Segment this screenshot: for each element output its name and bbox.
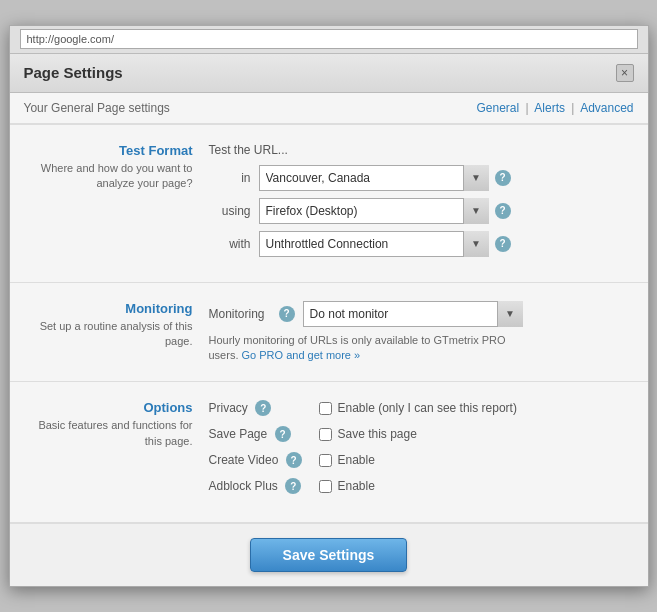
options-right: Privacy ? Enable (only I can see this re… xyxy=(209,400,634,504)
nav-alerts[interactable]: Alerts xyxy=(534,101,565,115)
monitoring-select-wrapper: Do not monitor ▼ xyxy=(303,301,523,327)
modal-body: Test Format Where and how do you want to… xyxy=(10,125,648,524)
location-select[interactable]: Vancouver, Canada xyxy=(259,165,489,191)
options-desc: Basic features and functions for this pa… xyxy=(24,418,193,449)
options-left: Options Basic features and functions for… xyxy=(24,400,209,504)
create-video-checkbox-text: Enable xyxy=(338,453,375,467)
using-label: using xyxy=(209,204,251,218)
create-video-help-icon[interactable]: ? xyxy=(286,452,302,468)
create-video-label: Create Video ? xyxy=(209,452,319,468)
browser-select-wrapper: Firefox (Desktop) ▼ xyxy=(259,198,489,224)
monitoring-help-icon[interactable]: ? xyxy=(279,306,295,322)
adblock-plus-checkbox[interactable] xyxy=(319,480,332,493)
browser-help-icon[interactable]: ? xyxy=(495,203,511,219)
monitoring-row: Monitoring ? Do not monitor ▼ xyxy=(209,301,634,327)
monitoring-right: Monitoring ? Do not monitor ▼ Hourly mon… xyxy=(209,301,634,364)
nav-tabs: General | Alerts | Advanced xyxy=(476,101,633,115)
create-video-row: Create Video ? Enable xyxy=(209,452,634,468)
save-settings-button[interactable]: Save Settings xyxy=(250,538,408,572)
modal-overlay: Page Settings × Your General Page settin… xyxy=(0,0,657,612)
privacy-row: Privacy ? Enable (only I can see this re… xyxy=(209,400,634,416)
nav-general[interactable]: General xyxy=(476,101,519,115)
subtitle-text: Your General Page settings xyxy=(24,101,170,115)
adblock-plus-label: Adblock Plus ? xyxy=(209,478,319,494)
connection-select-wrapper: Unthrottled Connection ▼ xyxy=(259,231,489,257)
privacy-label: Privacy ? xyxy=(209,400,319,416)
nav-sep-1: | xyxy=(526,101,529,115)
modal-subheader: Your General Page settings General | Ale… xyxy=(10,93,648,125)
monitoring-desc: Set up a routine analysis of this page. xyxy=(24,319,193,350)
save-page-help-icon[interactable]: ? xyxy=(275,426,291,442)
location-select-wrapper: Vancouver, Canada ▼ xyxy=(259,165,489,191)
modal-header: Page Settings × xyxy=(10,54,648,93)
modal-title: Page Settings xyxy=(24,64,123,81)
in-label: in xyxy=(209,171,251,185)
monitoring-left: Monitoring Set up a routine analysis of … xyxy=(24,301,209,364)
url-label: Test the URL... xyxy=(209,143,634,157)
adblock-plus-checkbox-label[interactable]: Enable xyxy=(319,479,375,493)
monitoring-section: Monitoring Set up a routine analysis of … xyxy=(10,283,648,383)
monitoring-label: Monitoring xyxy=(209,307,265,321)
create-video-checkbox[interactable] xyxy=(319,454,332,467)
privacy-help-icon[interactable]: ? xyxy=(255,400,271,416)
monitoring-note: Hourly monitoring of URLs is only availa… xyxy=(209,333,529,364)
adblock-help-icon[interactable]: ? xyxy=(285,478,301,494)
test-format-desc: Where and how do you want to analyze you… xyxy=(24,161,193,192)
options-title: Options xyxy=(24,400,193,415)
modal-footer: Save Settings xyxy=(10,523,648,586)
location-help-icon[interactable]: ? xyxy=(495,170,511,186)
save-page-row: Save Page ? Save this page xyxy=(209,426,634,442)
privacy-checkbox-text: Enable (only I can see this report) xyxy=(338,401,517,415)
close-button[interactable]: × xyxy=(616,64,634,82)
options-section: Options Basic features and functions for… xyxy=(10,382,648,523)
nav-advanced[interactable]: Advanced xyxy=(580,101,633,115)
monitoring-title: Monitoring xyxy=(24,301,193,316)
page-settings-modal: Page Settings × Your General Page settin… xyxy=(9,25,649,588)
with-label: with xyxy=(209,237,251,251)
connection-help-icon[interactable]: ? xyxy=(495,236,511,252)
browser-bar xyxy=(10,26,648,54)
test-format-title: Test Format xyxy=(24,143,193,158)
location-row: in Vancouver, Canada ▼ ? xyxy=(209,165,634,191)
go-pro-link[interactable]: Go PRO and get more » xyxy=(242,349,361,361)
test-format-section: Test Format Where and how do you want to… xyxy=(10,125,648,283)
adblock-plus-checkbox-text: Enable xyxy=(338,479,375,493)
test-format-left: Test Format Where and how do you want to… xyxy=(24,143,209,264)
privacy-checkbox[interactable] xyxy=(319,402,332,415)
save-page-label: Save Page ? xyxy=(209,426,319,442)
url-input[interactable] xyxy=(20,29,638,49)
adblock-plus-row: Adblock Plus ? Enable xyxy=(209,478,634,494)
nav-sep-2: | xyxy=(571,101,574,115)
save-page-checkbox[interactable] xyxy=(319,428,332,441)
browser-select[interactable]: Firefox (Desktop) xyxy=(259,198,489,224)
monitoring-select[interactable]: Do not monitor xyxy=(303,301,523,327)
connection-row: with Unthrottled Connection ▼ ? xyxy=(209,231,634,257)
privacy-checkbox-label[interactable]: Enable (only I can see this report) xyxy=(319,401,517,415)
save-page-checkbox-text: Save this page xyxy=(338,427,417,441)
connection-select[interactable]: Unthrottled Connection xyxy=(259,231,489,257)
test-format-right: Test the URL... in Vancouver, Canada ▼ ? xyxy=(209,143,634,264)
create-video-checkbox-label[interactable]: Enable xyxy=(319,453,375,467)
browser-row: using Firefox (Desktop) ▼ ? xyxy=(209,198,634,224)
save-page-checkbox-label[interactable]: Save this page xyxy=(319,427,417,441)
